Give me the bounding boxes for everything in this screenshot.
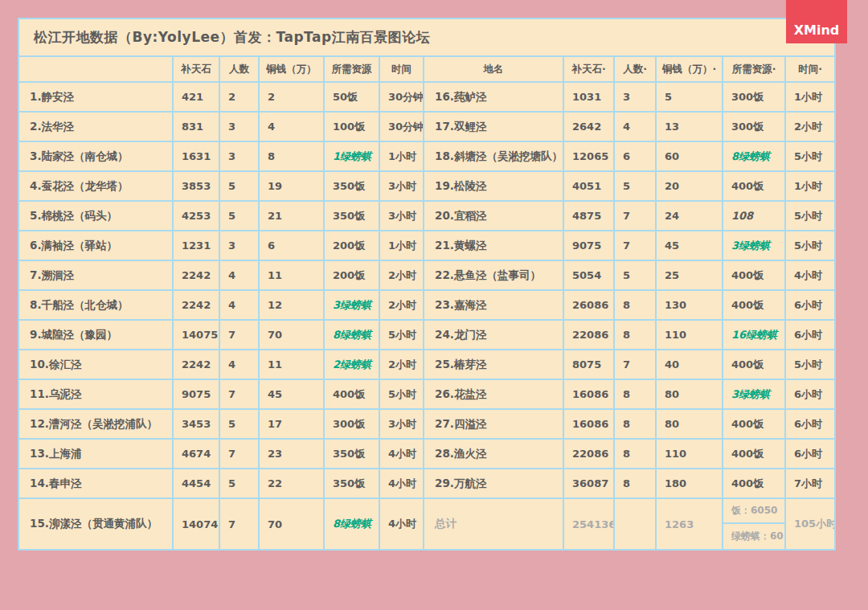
cell-ziyuan-left: 200饭: [324, 260, 379, 290]
cell-renshu-left: 5: [219, 409, 259, 439]
cell-tongqian-right: 80: [656, 379, 723, 409]
cell-tongqian-left: 4: [259, 112, 324, 141]
cell-ziyuan-left: 300饭: [324, 409, 379, 439]
header-tongqian-right: 铜钱（万）·: [656, 56, 723, 82]
cell-tongqian-right: 24: [656, 201, 723, 231]
land-data-table: 松江开地数据（By:YolyLee）首发：TapTap江南百景图论坛 补天石 人…: [18, 18, 836, 551]
canvas: XMind 松江开地数据（By:YolyLee）首发：TapTap江南百景图论坛…: [0, 0, 868, 610]
cell-ziyuan-left: 2绿螃蜞: [324, 350, 379, 379]
cell-shijian-right: 4小时: [785, 260, 835, 290]
cell-tongqian-left: 2: [259, 82, 324, 112]
cell-butianshi-left: 1231: [173, 231, 219, 260]
cell-butianshi-right: 16086: [563, 379, 614, 409]
cell-tongqian-left: 11: [259, 260, 324, 290]
cell-ziyuan-left: 350饭: [324, 439, 379, 469]
header-row: 补天石 人数 铜钱（万） 所需资源 时间 地名 补天石· 人数· 铜钱（万）· …: [18, 56, 835, 82]
table-row-total: 15.泖漾泾（贯通黄浦队） 14074 7 70 8绿螃蜞 4小时 总计 254…: [18, 498, 835, 550]
cell-ziyuan-right: 108: [723, 201, 785, 231]
cell-tongqian-right: 5: [656, 82, 723, 112]
cell-butianshi-right: 2642: [563, 112, 614, 141]
cell-butianshi-right: 8075: [563, 350, 614, 379]
cell-name-right: 20.宜稻泾: [424, 201, 563, 231]
cell-tongqian-left: 21: [259, 201, 324, 231]
cell-shijian-right: 6小时: [785, 379, 835, 409]
cell-name-left: 4.蚕花泾（龙华塔）: [18, 171, 173, 201]
header-butianshi-left: 补天石: [173, 56, 219, 82]
cell-name-right: 24.龙门泾: [424, 320, 563, 350]
cell-tongqian-right: 45: [656, 231, 723, 260]
cell-butianshi-right: 12065: [563, 141, 614, 171]
cell-name-right: 16.莼鲈泾: [424, 82, 563, 112]
cell-shijian-left: 1小时: [379, 141, 424, 171]
cell-butianshi-left: 4253: [173, 201, 219, 231]
cell-shijian-right: 5小时: [785, 201, 835, 231]
cell-tongqian-right: 130: [656, 290, 723, 320]
cell-name-left: 3.陆家泾（南仓城）: [18, 141, 173, 171]
cell-butianshi-right: 5054: [563, 260, 614, 290]
cell-shijian-left: 2小时: [379, 350, 424, 379]
cell-butianshi-right: 1031: [563, 82, 614, 112]
cell-renshu-left: 7: [219, 439, 259, 469]
cell-ziyuan-left: 3绿螃蜞: [324, 290, 379, 320]
cell-shijian-right: 2小时: [785, 112, 835, 141]
cell-tongqian-right: 25: [656, 260, 723, 290]
table-row: 4.蚕花泾（龙华塔）3853519350饭3小时19.松陵泾4051520400…: [18, 171, 835, 201]
cell-shijian-right: 1小时: [785, 82, 835, 112]
cell-name-right: 26.花盐泾: [424, 379, 563, 409]
cell-ziyuan-right: 400饭: [723, 350, 785, 379]
cell-renshu-left: 5: [219, 469, 259, 498]
cell-name-right: 22.悬鱼泾（盐事司）: [424, 260, 563, 290]
cell-butianshi-left: 2242: [173, 260, 219, 290]
cell-name-left: 14.春申泾: [18, 469, 173, 498]
total-rice: 饭：6050: [723, 499, 784, 524]
cell-butianshi-left: 421: [173, 82, 219, 112]
cell-tongqian-left: 70: [259, 498, 324, 550]
cell-shijian-left: 2小时: [379, 290, 424, 320]
cell-shijian-right: 6小时: [785, 409, 835, 439]
cell-butianshi-left: 2242: [173, 290, 219, 320]
cell-ziyuan-right: 400饭: [723, 469, 785, 498]
cell-ziyuan-right: 400饭: [723, 260, 785, 290]
cell-butianshi-right: 4875: [563, 201, 614, 231]
cell-tongqian-right: 60: [656, 141, 723, 171]
cell-ziyuan-left: 350饭: [324, 171, 379, 201]
cell-tongqian-left: 8: [259, 141, 324, 171]
cell-butianshi-right: 16086: [563, 409, 614, 439]
cell-name-right: 23.嘉海泾: [424, 290, 563, 320]
total-crab: 绿螃蜞：60: [723, 524, 784, 549]
header-name-right: 地名: [424, 56, 563, 82]
cell-ziyuan-right: 400饭: [723, 439, 785, 469]
cell-butianshi-left: 9075: [173, 379, 219, 409]
cell-renshu-right: 7: [614, 350, 656, 379]
cell-ziyuan-right: 400饭: [723, 409, 785, 439]
page-title: 松江开地数据（By:YolyLee）首发：TapTap江南百景图论坛: [18, 18, 835, 56]
cell-renshu-right: 6: [614, 141, 656, 171]
cell-tongqian-left: 22: [259, 469, 324, 498]
cell-shijian-left: 4小时: [379, 469, 424, 498]
table-row: 2.法华泾83134100饭30分钟17.双鲤泾2642413300饭2小时: [18, 112, 835, 141]
cell-renshu-left: 7: [219, 320, 259, 350]
cell-name-left: 9.城隍泾（豫园）: [18, 320, 173, 350]
cell-name-right: 21.黄螺泾: [424, 231, 563, 260]
cell-name-left: 2.法华泾: [18, 112, 173, 141]
cell-name-left: 12.漕河泾（吴淞挖浦队）: [18, 409, 173, 439]
cell-renshu-right: 5: [614, 171, 656, 201]
cell-renshu-left: 7: [219, 379, 259, 409]
cell-renshu-left: 4: [219, 350, 259, 379]
cell-ziyuan-left: 8绿螃蜞: [324, 320, 379, 350]
cell-tongqian-right: 110: [656, 439, 723, 469]
cell-shijian-left: 3小时: [379, 409, 424, 439]
cell-ziyuan-total: 饭：6050 绿螃蜞：60: [723, 498, 785, 550]
xmind-logo[interactable]: XMind: [786, 0, 847, 43]
cell-ziyuan-right: 400饭: [723, 171, 785, 201]
cell-butianshi-left: 831: [173, 112, 219, 141]
cell-ziyuan-right: 8绿螃蜞: [723, 141, 785, 171]
header-tongqian-left: 铜钱（万）: [259, 56, 324, 82]
cell-tongqian-left: 6: [259, 231, 324, 260]
cell-name-left: 1.静安泾: [18, 82, 173, 112]
cell-name-left: 5.棉桃泾（码头）: [18, 201, 173, 231]
cell-total-label: 总计: [424, 498, 563, 550]
table-row: 1.静安泾4212250饭30分钟16.莼鲈泾103135300饭1小时: [18, 82, 835, 112]
cell-tongqian-right: 13: [656, 112, 723, 141]
cell-renshu-right: 8: [614, 439, 656, 469]
